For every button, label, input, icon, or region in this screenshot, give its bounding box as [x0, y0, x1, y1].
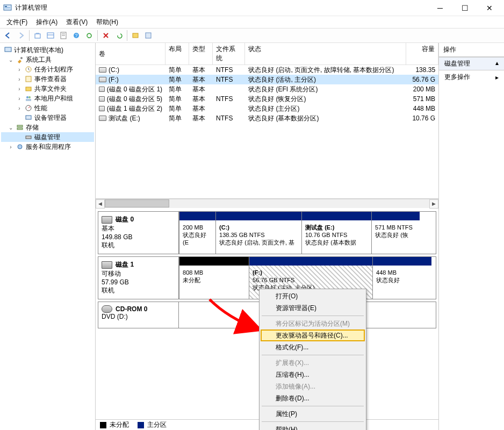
back-button[interactable]: [2, 30, 14, 41]
actions-section-disk-mgmt[interactable]: 磁盘管理 ▴: [439, 57, 504, 70]
event-icon: [24, 75, 33, 83]
tree-root[interactable]: 计算机管理(本地): [1, 45, 94, 55]
properties-button[interactable]: [57, 30, 69, 41]
forward-button[interactable]: [15, 30, 27, 41]
cm-format[interactable]: 格式化(F)...: [261, 341, 365, 353]
tree-device-manager[interactable]: 设备管理器: [1, 113, 94, 123]
expand-toggle[interactable]: ›: [16, 96, 23, 102]
drive-icon: [99, 67, 106, 73]
expand-toggle[interactable]: ›: [16, 76, 23, 82]
table-row[interactable]: 测试盘 (E:)简单基本NTFS状态良好 (基本数据分区)10.76 G: [96, 113, 438, 123]
close-button[interactable]: ✕: [477, 0, 502, 16]
computer-icon: [4, 46, 12, 54]
context-menu: 打开(O) 资源管理器(E) 将分区标记为活动分区(M) 更改驱动器号和路径(C…: [259, 289, 366, 430]
partition[interactable]: 808 MB未分配: [179, 257, 249, 299]
svg-rect-4: [47, 33, 54, 38]
tree-system-tools[interactable]: ⌄ 系统工具: [1, 55, 94, 64]
actions-more[interactable]: 更多操作 ▸: [439, 70, 504, 84]
menu-bar: 文件(F) 操作(A) 查看(V) 帮助(H): [0, 16, 504, 28]
menu-file[interactable]: 文件(F): [2, 17, 32, 28]
clock-icon: [24, 65, 33, 74]
col-type[interactable]: 类型: [189, 43, 213, 64]
menu-view[interactable]: 查看(V): [62, 17, 92, 28]
horizontal-scrollbar[interactable]: ◀ ▶: [96, 199, 438, 208]
col-capacity[interactable]: 容量: [406, 43, 438, 64]
partition[interactable]: 200 MB状态良好 (E: [179, 212, 215, 254]
cm-properties[interactable]: 属性(P): [261, 408, 365, 420]
scroll-right-button[interactable]: ▶: [429, 199, 438, 209]
cm-delete-volume[interactable]: 删除卷(D)...: [261, 392, 365, 404]
partition[interactable]: 448 MB状态良好: [372, 257, 431, 299]
cm-separator: [262, 406, 364, 406]
disk-0-info[interactable]: 磁盘 0 基本 149.88 GB 联机: [98, 212, 179, 254]
col-filesystem[interactable]: 文件系统: [213, 43, 245, 64]
disk-icon: [24, 133, 33, 141]
svg-point-19: [28, 96, 31, 98]
expand-toggle[interactable]: ⌄: [8, 125, 14, 131]
scroll-left-button[interactable]: ◀: [96, 199, 105, 209]
minimize-button[interactable]: ─: [428, 0, 452, 16]
svg-rect-1: [5, 6, 7, 7]
cm-help[interactable]: 帮助(H): [261, 424, 365, 430]
cm-explorer[interactable]: 资源管理器(E): [261, 302, 365, 314]
tree-disk-management[interactable]: 磁盘管理: [1, 132, 94, 142]
cdrom-info[interactable]: CD-ROM 0 DVD (D:): [98, 302, 179, 328]
table-row[interactable]: (磁盘 0 磁盘分区 1)简单基本状态良好 (EFI 系统分区)200 MB: [96, 84, 438, 94]
drive-icon: [99, 96, 105, 102]
undo-button[interactable]: [113, 30, 125, 41]
refresh-button[interactable]: [83, 30, 95, 41]
scroll-thumb[interactable]: [105, 199, 169, 207]
svg-rect-23: [17, 125, 23, 127]
new-volume-button[interactable]: [129, 30, 141, 41]
svg-rect-17: [26, 87, 31, 91]
svg-rect-13: [5, 47, 11, 52]
cm-open[interactable]: 打开(O): [261, 290, 365, 302]
disk-1-info[interactable]: 磁盘 1 可移动 57.99 GB 联机: [98, 257, 179, 299]
drive-icon: [99, 116, 106, 121]
expand-toggle[interactable]: ›: [16, 67, 23, 73]
menu-help[interactable]: 帮助(H): [92, 17, 123, 28]
expand-toggle[interactable]: ›: [16, 86, 23, 92]
tree-local-users[interactable]: › 本地用户和组: [1, 94, 94, 103]
cm-extend: 扩展卷(X)...: [261, 357, 365, 369]
tree-event-viewer[interactable]: › 事件查看器: [1, 74, 94, 84]
partition[interactable]: (C:)138.35 GB NTFS状态良好 (启动, 页面文件, 基: [215, 212, 301, 254]
legend-unalloc-swatch: [100, 422, 106, 428]
svg-rect-3: [35, 34, 40, 38]
actions-panel: 操作 磁盘管理 ▴ 更多操作 ▸: [438, 43, 504, 430]
maximize-button[interactable]: ☐: [452, 0, 477, 16]
tree-storage[interactable]: ⌄ 存储: [1, 123, 94, 132]
table-row[interactable]: (磁盘 0 磁盘分区 5)简单基本NTFS状态良好 (恢复分区)571 MB: [96, 94, 438, 104]
services-icon: [16, 142, 24, 151]
tree-services-apps[interactable]: › 服务和应用程序: [1, 142, 94, 152]
table-row[interactable]: (C:)简单基本NTFS状态良好 (启动, 页面文件, 故障转储, 基本数据分区…: [96, 65, 438, 75]
settings-button[interactable]: [142, 30, 154, 41]
app-icon: [3, 4, 12, 12]
delete-button[interactable]: [100, 30, 112, 41]
col-volume[interactable]: 卷: [96, 43, 165, 64]
svg-point-14: [20, 57, 23, 59]
title-bar: 计算机管理 ─ ☐ ✕: [0, 0, 504, 16]
col-status[interactable]: 状态: [245, 43, 406, 64]
up-button[interactable]: [32, 30, 44, 41]
menu-action[interactable]: 操作(A): [32, 17, 62, 28]
cm-change-drive-letter[interactable]: 更改驱动器号和路径(C)...: [261, 329, 365, 341]
expand-toggle[interactable]: ⌄: [8, 57, 14, 63]
legend-primary-swatch: [138, 422, 144, 428]
tree-task-scheduler[interactable]: › 任务计划程序: [1, 64, 94, 74]
expand-toggle[interactable]: ›: [8, 144, 14, 150]
view-button[interactable]: [45, 30, 56, 41]
tree-shared-folders[interactable]: › 共享文件夹: [1, 84, 94, 94]
expand-toggle[interactable]: ›: [16, 105, 23, 111]
table-row[interactable]: (F:)简单基本NTFS状态良好 (活动, 主分区)56.76 G: [96, 75, 438, 84]
volume-table: 卷 布局 类型 文件系统 状态 容量 (C:)简单基本NTFS状态良好 (启动,…: [96, 43, 438, 199]
help-toolbar-button[interactable]: ?: [70, 30, 82, 41]
table-header: 卷 布局 类型 文件系统 状态 容量: [96, 43, 438, 65]
svg-rect-2: [5, 8, 10, 8]
cm-shrink[interactable]: 压缩卷(H)...: [261, 369, 365, 381]
partition[interactable]: 测试盘 (E:)10.76 GB NTFS状态良好 (基本数据: [301, 212, 371, 254]
table-row[interactable]: (磁盘 1 磁盘分区 2)简单基本状态良好 (主分区)448 MB: [96, 104, 438, 113]
col-layout[interactable]: 布局: [165, 43, 189, 64]
partition[interactable]: 571 MB NTFS状态良好 (恢: [371, 212, 420, 254]
tree-performance[interactable]: › 性能: [1, 103, 94, 113]
